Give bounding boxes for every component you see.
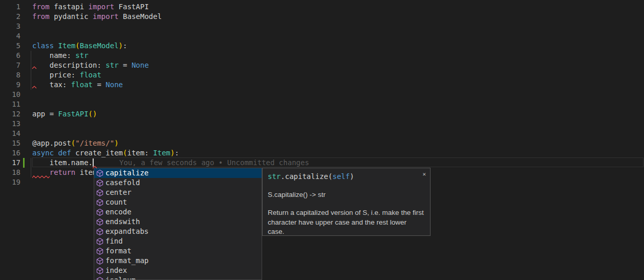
code-line[interactable]: price: float xyxy=(32,70,101,80)
autocomplete-item[interactable]: find xyxy=(94,236,262,246)
line-number: 2 xyxy=(0,12,20,22)
code-editor: 12345678910111213141516171819 from fasta… xyxy=(0,0,644,280)
autocomplete-item[interactable]: encode xyxy=(94,207,262,217)
autocomplete-item[interactable]: format_map xyxy=(94,256,262,266)
line-number: 8 xyxy=(0,70,20,80)
method-icon xyxy=(96,198,104,207)
method-icon xyxy=(96,276,104,280)
code-line[interactable]: class Item(BaseModel): xyxy=(32,41,127,51)
autocomplete-item[interactable]: center xyxy=(94,188,262,197)
code-line[interactable]: from pydantic import BaseModel xyxy=(32,12,162,22)
method-signature: str.capitalize(self) xyxy=(263,168,430,182)
code-line[interactable]: name: str xyxy=(32,51,89,61)
autocomplete-item-label: endswith xyxy=(105,217,140,227)
autocomplete-item[interactable]: endswith xyxy=(94,217,262,227)
method-icon xyxy=(96,228,104,236)
method-icon xyxy=(96,267,104,275)
line-number: 3 xyxy=(0,22,20,31)
autocomplete-item-label: count xyxy=(105,197,127,207)
method-icon xyxy=(96,179,104,187)
docs-summary: S.capitalize() -> str xyxy=(263,190,430,199)
method-icon xyxy=(96,218,104,226)
line-number: 6 xyxy=(0,51,20,61)
indent-guide xyxy=(31,51,31,90)
autocomplete-item-label: format xyxy=(105,246,132,256)
line-number: 1 xyxy=(0,2,20,12)
line-number: 15 xyxy=(0,138,20,148)
autocomplete-item-label: index xyxy=(105,266,127,275)
method-icon xyxy=(96,169,104,177)
autocomplete-item-label: find xyxy=(105,236,123,246)
autocomplete-item[interactable]: format xyxy=(94,246,262,256)
code-line[interactable]: app = FastAPI() xyxy=(32,109,97,119)
code-line[interactable]: @app.post("/items/") xyxy=(32,138,119,148)
method-icon xyxy=(96,257,104,265)
line-number: 7 xyxy=(0,61,20,70)
autocomplete-item-label: center xyxy=(105,188,132,197)
line-number: 19 xyxy=(0,177,20,187)
line-number: 14 xyxy=(0,129,20,138)
line-number: 10 xyxy=(0,90,20,99)
code-line[interactable]: tax: float = None xyxy=(32,80,123,90)
line-number: 11 xyxy=(0,99,20,109)
method-icon xyxy=(96,247,104,255)
indent-guide xyxy=(31,158,31,177)
autocomplete-item[interactable]: capitalize xyxy=(94,168,262,178)
error-squiggle-icon xyxy=(32,175,50,178)
line-number: 17 xyxy=(0,158,20,168)
autocomplete-item-label: isalnum xyxy=(105,275,136,280)
autocomplete-item[interactable]: isalnum xyxy=(94,275,262,280)
autocomplete-item-label: casefold xyxy=(105,178,140,188)
line-number: 18 xyxy=(0,168,20,177)
git-blame-annotation: You, a few seconds ago • Uncommitted cha… xyxy=(119,158,309,168)
close-icon[interactable]: ✕ xyxy=(422,171,426,177)
autocomplete-item-label: capitalize xyxy=(105,168,148,178)
line-number: 9 xyxy=(0,80,20,90)
autocomplete-item[interactable]: count xyxy=(94,197,262,207)
line-number: 12 xyxy=(0,109,20,119)
code-line[interactable]: item.name. xyxy=(32,158,93,168)
code-line[interactable]: async def create_item(item: Item): xyxy=(32,148,179,158)
autocomplete-item[interactable]: expandtabs xyxy=(94,227,262,236)
autocomplete-item-label: expandtabs xyxy=(105,227,148,236)
autocomplete-docs-panel: ✕ str.capitalize(self) S.capitalize() ->… xyxy=(262,168,431,236)
autocomplete-item[interactable]: index xyxy=(94,266,262,275)
method-icon xyxy=(96,237,104,246)
error-squiggle-icon xyxy=(32,66,37,69)
error-squiggle-icon xyxy=(32,86,37,89)
code-line[interactable]: description: str = None xyxy=(32,61,149,70)
method-icon xyxy=(96,208,104,216)
line-number: 16 xyxy=(0,148,20,158)
gutter-modified-indicator xyxy=(23,158,25,168)
line-number: 5 xyxy=(0,41,20,51)
code-line[interactable]: from fastapi import FastAPI xyxy=(32,2,149,12)
autocomplete-item-label: format_map xyxy=(105,256,148,266)
autocomplete-item-label: encode xyxy=(105,207,132,217)
docs-description: Return a capitalized version of S, i.e. … xyxy=(263,208,430,241)
line-number: 4 xyxy=(0,31,20,41)
error-squiggle-icon xyxy=(92,166,98,169)
method-icon xyxy=(96,189,104,197)
autocomplete-list[interactable]: capitalize casefold center count encode … xyxy=(94,168,262,280)
line-number: 13 xyxy=(0,119,20,129)
autocomplete-item[interactable]: casefold xyxy=(94,178,262,188)
